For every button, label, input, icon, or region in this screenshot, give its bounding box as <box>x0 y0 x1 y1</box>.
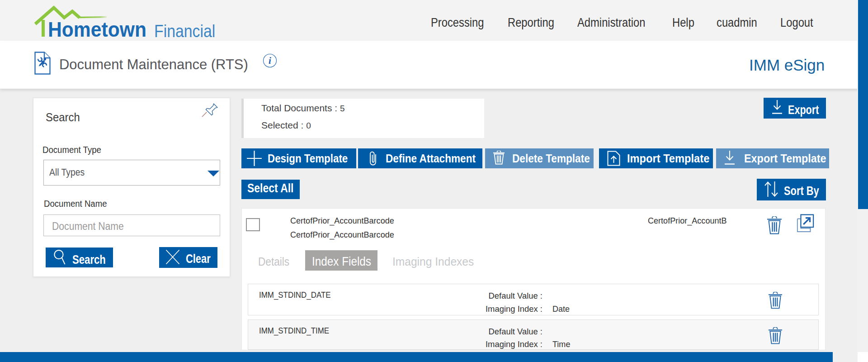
svg-text:i: i <box>269 55 271 66</box>
